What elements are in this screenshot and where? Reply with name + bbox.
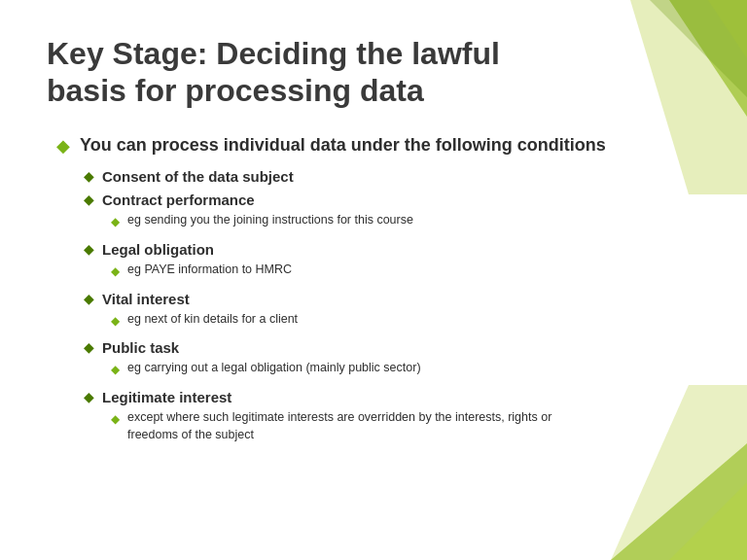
item-label-1: Contract performance [102, 190, 255, 210]
item-label-2: Legal obligation [102, 239, 214, 260]
bullet-icon-1: ◆ [84, 191, 94, 210]
item-label-3: Vital interest [102, 289, 190, 309]
slide-title: Key Stage: Deciding the lawful basis for… [47, 35, 591, 110]
sub-bullet-icon: ◆ [111, 362, 120, 378]
bullet-icon-4: ◆ [84, 338, 94, 358]
svg-marker-0 [669, 0, 747, 117]
title-line1: Key Stage: Deciding the lawful [47, 36, 500, 71]
list-item: ◆ Contract performance ◆ eg sending you … [56, 190, 700, 236]
svg-marker-5 [669, 482, 747, 560]
sub-items-2: ◆ eg PAYE information to HMRC [111, 262, 292, 282]
sub-item: ◆ eg carrying out a legal obligation (ma… [111, 360, 421, 378]
item-label-0: Consent of the data subject [102, 166, 294, 187]
svg-marker-3 [591, 0, 747, 97]
sub-item: ◆ except where such legitimate interests… [111, 409, 594, 443]
intro-text: You can process individual data under th… [80, 133, 606, 158]
sub-item-text: eg PAYE information to HMRC [127, 262, 292, 279]
sub-item-text: eg sending you the joining instructions … [127, 212, 413, 229]
sub-bullet-icon: ◆ [111, 214, 120, 230]
item-label-4: Public task [102, 337, 179, 358]
sub-items-1: ◆ eg sending you the joining instruction… [111, 212, 413, 232]
intro-section: ◆ You can process individual data under … [56, 133, 700, 158]
sub-item: ◆ eg next of kin details for a client [111, 311, 298, 330]
slide: Key Stage: Deciding the lawful basis for… [0, 0, 747, 560]
bullet-icon-5: ◆ [84, 388, 94, 407]
sub-item: ◆ eg sending you the joining instruction… [111, 212, 413, 230]
svg-marker-4 [611, 443, 747, 560]
list-item: ◆ Legitimate interest ◆ except where suc… [56, 387, 700, 449]
list-item: ◆ Legal obligation ◆ eg PAYE information… [56, 239, 700, 286]
sub-bullet-icon: ◆ [111, 263, 120, 280]
list-item: ◆ Public task ◆ eg carrying out a legal … [56, 337, 700, 384]
bullet-icon-2: ◆ [84, 240, 94, 260]
sub-item-text: except where such legitimate interests a… [127, 409, 594, 443]
content-area: ◆ You can process individual data under … [47, 133, 700, 449]
item-label-5: Legitimate interest [102, 387, 231, 407]
sub-item-text: eg next of kin details for a client [127, 311, 298, 329]
title-line2: basis for processing data [47, 73, 424, 108]
sub-item: ◆ eg PAYE information to HMRC [111, 262, 292, 280]
sub-items-3: ◆ eg next of kin details for a client [111, 311, 298, 332]
bullet-icon-0: ◆ [84, 167, 94, 187]
sub-items-4: ◆ eg carrying out a legal obligation (ma… [111, 360, 421, 380]
sub-bullet-icon: ◆ [111, 313, 120, 330]
list-item: ◆ Vital interest ◆ eg next of kin detail… [56, 289, 700, 335]
main-items-list: ◆ Consent of the data subject ◆ Contract… [56, 166, 700, 449]
sub-items-5: ◆ except where such legitimate interests… [111, 409, 594, 445]
bullet-icon-3: ◆ [84, 290, 94, 309]
sub-item-text: eg carrying out a legal obligation (main… [127, 360, 421, 377]
intro-bullet-icon: ◆ [56, 134, 70, 158]
svg-marker-1 [708, 0, 747, 58]
list-item: ◆ Consent of the data subject [56, 166, 700, 187]
sub-bullet-icon: ◆ [111, 411, 120, 428]
